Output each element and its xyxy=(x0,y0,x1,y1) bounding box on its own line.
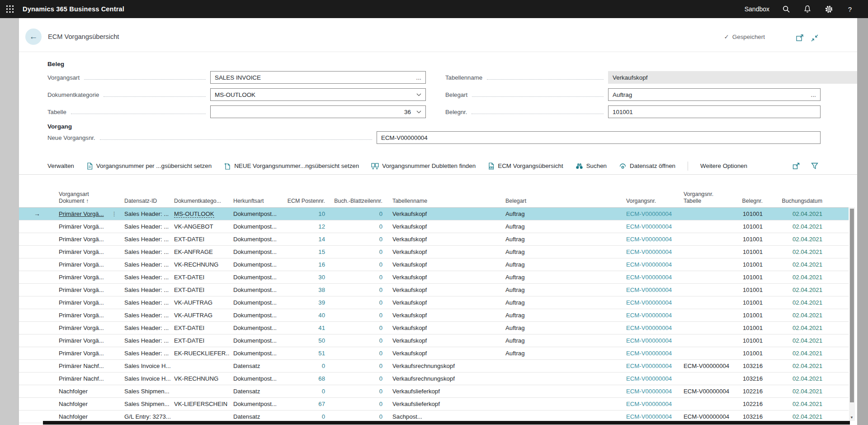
cell-datensatz_id[interactable]: Sales Header: ... xyxy=(121,309,170,321)
notifications-bell-icon[interactable] xyxy=(803,5,812,14)
cell-datensatz_id[interactable]: Sales Header: ... xyxy=(121,245,170,258)
cell-buchungsdatum[interactable]: 02.04.2021 xyxy=(765,321,849,334)
table-row[interactable]: Primärer Vorgä...Sales Header: ...EXT-DA… xyxy=(19,334,849,347)
cell-buchungsdatum[interactable]: 02.04.2021 xyxy=(765,271,849,283)
column-header-datensatz_id[interactable]: Datensatz-ID xyxy=(121,190,170,207)
column-header-vorgangsart[interactable]: VorgangsartDokument ↑ xyxy=(55,190,121,207)
cell-buch_blattzeilennr[interactable]: 0 xyxy=(328,233,385,245)
cell-belegart[interactable]: Auftrag xyxy=(502,258,623,271)
cell-buch_blattzeilennr[interactable]: 0 xyxy=(328,258,385,271)
cell-vorgangsart[interactable]: Primärer Vorgä... xyxy=(55,296,121,309)
cell-datensatz_id[interactable]: Sales Header: ... xyxy=(121,233,170,245)
cell-belegnr[interactable]: 101001 xyxy=(734,220,765,233)
table-row[interactable]: NachfolgerSales Shipmen...VK-LIEFERSCHEI… xyxy=(19,397,849,410)
vertical-scrollbar[interactable]: ▼ xyxy=(849,207,855,421)
cell-datensatz_id[interactable]: Sales Header: ... xyxy=(121,258,170,271)
cell-row-selector[interactable] xyxy=(19,359,55,372)
cell-vorgangsnr[interactable]: ECM-V00000004 xyxy=(623,397,680,410)
table-row[interactable]: Primärer Vorgä...Sales Header: ...VK-REC… xyxy=(19,258,849,271)
cell-belegart[interactable]: Auftrag xyxy=(502,309,623,321)
cell-tabellenname[interactable]: Verkaufskopf xyxy=(385,258,502,271)
cell-buchungsdatum[interactable]: 02.04.2021 xyxy=(765,283,849,296)
cell-belegnr[interactable]: 101001 xyxy=(734,233,765,245)
app-title[interactable]: Dynamics 365 Business Central xyxy=(23,5,124,13)
cell-tabellenname[interactable]: Verkaufskopf xyxy=(385,207,502,220)
vorgangsart-field[interactable]: SALES INVOICE ... xyxy=(210,71,426,84)
cell-herkunftsart[interactable]: Dokumentpost... xyxy=(230,372,277,385)
cell-belegart[interactable] xyxy=(502,372,623,385)
cell-belegart[interactable] xyxy=(502,359,623,372)
cell-belegnr[interactable]: 103216 xyxy=(734,359,765,372)
cell-buchungsdatum[interactable]: 02.04.2021 xyxy=(765,220,849,233)
cell-ecm_postennr[interactable]: 39 xyxy=(277,296,328,309)
cell-row-selector[interactable] xyxy=(19,233,55,245)
cell-dokumentkategorie[interactable]: EXT-DATEI xyxy=(170,233,230,245)
cell-buch_blattzeilennr[interactable]: 0 xyxy=(328,245,385,258)
cell-tabellenname[interactable]: Verkaufskopf xyxy=(385,283,502,296)
column-header-belegart[interactable]: Belegart xyxy=(502,190,623,207)
cell-belegart[interactable]: Auftrag xyxy=(502,296,623,309)
cell-buch_blattzeilennr[interactable]: 0 xyxy=(328,372,385,385)
table-row[interactable]: Primärer Vorgä...Sales Header: ...EK-RUE… xyxy=(19,347,849,359)
table-row[interactable]: Primärer Vorgä...Sales Header: ...EXT-DA… xyxy=(19,271,849,283)
cell-row-selector[interactable]: → xyxy=(19,207,55,220)
cell-datensatz_id[interactable]: Sales Header: ... xyxy=(121,347,170,359)
cell-row-selector[interactable] xyxy=(19,385,55,397)
column-header-belegnr[interactable]: Belegnr. xyxy=(734,190,765,207)
cell-datensatz_id[interactable]: Sales Shipmen... xyxy=(121,397,170,410)
table-row[interactable]: Primärer Vorgä...Sales Header: ...EXT-DA… xyxy=(19,233,849,245)
cell-vorgangsnr[interactable]: ECM-V00000004 xyxy=(623,372,680,385)
cell-herkunftsart[interactable]: Dokumentpost... xyxy=(230,207,277,220)
back-button[interactable]: ← xyxy=(25,29,42,45)
cell-row-selector[interactable] xyxy=(19,283,55,296)
cell-vorgangsnr[interactable]: ECM-V00000004 xyxy=(623,309,680,321)
app-launcher-waffle-icon[interactable] xyxy=(5,4,15,14)
column-header-herkunftsart[interactable]: Herkunftsart xyxy=(230,190,277,207)
cell-buch_blattzeilennr[interactable]: 0 xyxy=(328,283,385,296)
cell-vorgangsart[interactable]: Primärer Vorgä... xyxy=(55,321,121,334)
chevron-down-icon[interactable] xyxy=(416,110,421,114)
cell-vorgangsnr_tabelle[interactable] xyxy=(680,207,734,220)
column-header-vorgangsnr_tabelle[interactable]: Vorgangsnr.Tabelle xyxy=(680,190,734,207)
cell-belegnr[interactable]: 101001 xyxy=(734,271,765,283)
cell-ecm_postennr[interactable]: 30 xyxy=(277,271,328,283)
cell-vorgangsnr_tabelle[interactable] xyxy=(680,372,734,385)
cell-vorgangsnr[interactable]: ECM-V00000004 xyxy=(623,207,680,220)
column-header-vorgangsnr[interactable]: Vorgangsnr. xyxy=(623,190,680,207)
table-row[interactable]: Primärer Vorgä...Sales Header: ...VK-AUF… xyxy=(19,296,849,309)
cell-belegnr[interactable]: 101001 xyxy=(734,258,765,271)
cell-ecm_postennr[interactable]: 14 xyxy=(277,233,328,245)
cell-tabellenname[interactable]: Verkaufskopf xyxy=(385,271,502,283)
cell-vorgangsnr_tabelle[interactable] xyxy=(680,347,734,359)
cell-vorgangsnr_tabelle[interactable] xyxy=(680,258,734,271)
cell-tabellenname[interactable]: Verkaufslieferkopf xyxy=(385,397,502,410)
cell-buch_blattzeilennr[interactable]: 0 xyxy=(328,359,385,372)
column-header-ecm_postennr[interactable]: ECM Postennr. xyxy=(277,190,328,207)
cell-tabellenname[interactable]: Verkaufskopf xyxy=(385,233,502,245)
cell-tabellenname[interactable]: Verkaufsrechnungskopf xyxy=(385,372,502,385)
column-header-buchungsdatum[interactable]: Buchungsdatum xyxy=(765,190,849,207)
cell-dokumentkategorie[interactable]: EXT-DATEI xyxy=(170,271,230,283)
cell-buchungsdatum[interactable]: 02.04.2021 xyxy=(765,309,849,321)
cell-ecm_postennr[interactable]: 0 xyxy=(277,359,328,372)
cell-datensatz_id[interactable]: Sales Header: ... xyxy=(121,321,170,334)
action-vorgangsnummer-setzen[interactable]: Vorgangsnummer per ...gsübersicht setzen xyxy=(86,162,212,170)
cell-belegnr[interactable]: 101001 xyxy=(734,321,765,334)
cell-buch_blattzeilennr[interactable]: 0 xyxy=(328,347,385,359)
action-neue-vorgangsnummer-setzen[interactable]: NEUE Vorgangsnummer...ngsübersicht setze… xyxy=(224,162,359,170)
cell-dokumentkategorie[interactable]: VK-RECHNUNG xyxy=(170,258,230,271)
cell-datensatz_id[interactable]: Sales Header: ... xyxy=(121,334,170,347)
cell-vorgangsnr_tabelle[interactable]: ECM-V00000004 xyxy=(680,385,734,397)
cell-row-selector[interactable] xyxy=(19,271,55,283)
tabelle-field[interactable]: 36 xyxy=(210,105,426,118)
cell-buchungsdatum[interactable]: 02.04.2021 xyxy=(765,347,849,359)
cell-row-selector[interactable] xyxy=(19,321,55,334)
cell-herkunftsart[interactable]: Dokumentpost... xyxy=(230,220,277,233)
cell-dokumentkategorie[interactable]: VK-ANGEBOT xyxy=(170,220,230,233)
cell-buchungsdatum[interactable]: 02.04.2021 xyxy=(765,372,849,385)
cell-vorgangsart[interactable]: Primärer Nachf... xyxy=(55,359,121,372)
cell-vorgangsnr[interactable]: ECM-V00000004 xyxy=(623,258,680,271)
cell-belegart[interactable] xyxy=(502,385,623,397)
cell-ecm_postennr[interactable]: 68 xyxy=(277,372,328,385)
cell-vorgangsnr_tabelle[interactable] xyxy=(680,296,734,309)
